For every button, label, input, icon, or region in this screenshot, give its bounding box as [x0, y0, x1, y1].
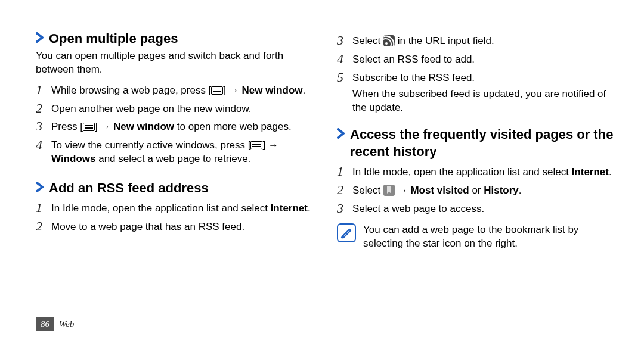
step-number: 4 [36, 138, 51, 152]
step-body: Subscribe to the RSS feed. When the subs… [352, 70, 620, 115]
step-item: 3 Select in the URL input field. [337, 33, 620, 48]
manual-page: Open multiple pages You can open multipl… [0, 0, 644, 349]
note-pencil-icon [337, 223, 356, 242]
bookmark-icon [383, 185, 395, 196]
page-number: 86 [36, 317, 54, 331]
section-heading: Add an RSS feed address [36, 179, 319, 197]
chevron-right-icon [36, 182, 44, 192]
step-number: 4 [337, 52, 352, 66]
step-item: 3 Select a web page to access. [337, 201, 620, 216]
section-title: Open multiple pages [49, 30, 178, 48]
bold-label: New window [242, 85, 303, 96]
bold-label: History [484, 185, 519, 196]
step-number: 3 [337, 33, 352, 48]
step-text: To view the currently active windows, pr… [51, 139, 250, 151]
section-title: Access the frequently visited pages or t… [350, 126, 620, 161]
step-text: and select a web page to retrieve. [95, 153, 250, 164]
step-body: While browsing a web page, press [] → Ne… [51, 83, 319, 98]
step-body: Move to a web page that has an RSS feed. [51, 219, 319, 234]
chevron-right-icon [337, 128, 345, 139]
step-number: 1 [36, 83, 51, 97]
step-body: Select → Most visited or History. [352, 183, 620, 198]
bold-label: Internet [572, 166, 609, 177]
step-item: 4 Select an RSS feed to add. [337, 52, 620, 67]
step-item: 4 To view the currently active windows, … [36, 138, 319, 166]
step-number: 5 [337, 70, 352, 85]
step-number: 2 [36, 101, 51, 116]
step-item: 3 Press [] → New window to open more web… [36, 119, 319, 134]
step-text: Select [352, 35, 383, 46]
step-text: ] → [95, 121, 113, 132]
step-text: in the URL input field. [395, 35, 494, 46]
step-body: Open another web page on the new window. [51, 101, 319, 116]
step-item: 1 In Idle mode, open the application lis… [36, 201, 319, 216]
two-column-layout: Open multiple pages You can open multipl… [36, 30, 620, 251]
footer-section-name: Web [59, 318, 74, 330]
bold-label: Internet [271, 202, 308, 214]
menu-icon [83, 123, 95, 131]
step-body: In Idle mode, open the application list … [352, 164, 620, 179]
menu-icon [211, 86, 223, 95]
step-text: When the subscribed feed is updated, you… [352, 88, 620, 115]
right-column: 3 Select in the URL input field. 4 Selec… [337, 30, 620, 251]
step-number: 1 [337, 164, 352, 179]
step-text: to open more web pages. [174, 121, 292, 132]
step-text: ] → [223, 85, 242, 96]
step-item: 2 Select → Most visited or History. [337, 183, 620, 198]
step-body: To view the currently active windows, pr… [51, 138, 319, 166]
step-item: 1 While browsing a web page, press [] → … [36, 83, 319, 98]
step-text: . [609, 166, 612, 177]
step-text: . [519, 185, 522, 196]
step-text: . [308, 202, 311, 214]
step-body: In Idle mode, open the application list … [51, 201, 319, 216]
step-number: 1 [36, 201, 51, 215]
note-text: You can add a web page to the bookmark l… [363, 222, 620, 251]
note-row: You can add a web page to the bookmark l… [337, 222, 620, 251]
step-number: 2 [337, 183, 352, 197]
left-column: Open multiple pages You can open multipl… [36, 30, 319, 251]
section-heading: Open multiple pages [36, 30, 319, 48]
step-body: Select a web page to access. [352, 201, 620, 216]
step-item: 2 Open another web page on the new windo… [36, 101, 319, 116]
section-heading: Access the frequently visited pages or t… [337, 126, 620, 161]
step-text: Select [352, 185, 383, 196]
step-text: ] → [262, 139, 278, 151]
step-item: 2 Move to a web page that has an RSS fee… [36, 219, 319, 234]
page-footer: 86 Web [36, 317, 74, 331]
step-body: Select an RSS feed to add. [352, 52, 620, 67]
step-text: Subscribe to the RSS feed. [352, 71, 620, 85]
step-body: Press [] → New window to open more web p… [51, 119, 319, 134]
step-text: or [469, 185, 484, 196]
step-text: In Idle mode, open the application list … [352, 166, 572, 177]
step-text: While browsing a web page, press [ [51, 85, 211, 96]
step-item: 5 Subscribe to the RSS feed. When the su… [337, 70, 620, 115]
bold-label: Windows [51, 153, 95, 164]
step-body: Select in the URL input field. [352, 33, 620, 48]
rss-icon [383, 35, 395, 46]
step-item: 1 In Idle mode, open the application lis… [337, 164, 620, 179]
step-text: In Idle mode, open the application list … [51, 202, 271, 214]
step-number: 3 [36, 119, 51, 133]
bold-label: Most visited [410, 185, 469, 196]
step-text: . [303, 85, 306, 96]
step-text: Press [ [51, 121, 83, 132]
step-text: → [395, 185, 410, 196]
chevron-right-icon [36, 32, 44, 43]
section-title: Add an RSS feed address [49, 179, 209, 197]
step-number: 3 [337, 201, 352, 216]
bold-label: New window [113, 121, 174, 132]
step-number: 2 [36, 219, 51, 233]
menu-icon [250, 141, 262, 149]
section-intro-text: You can open multiple pages and switch b… [36, 49, 319, 77]
